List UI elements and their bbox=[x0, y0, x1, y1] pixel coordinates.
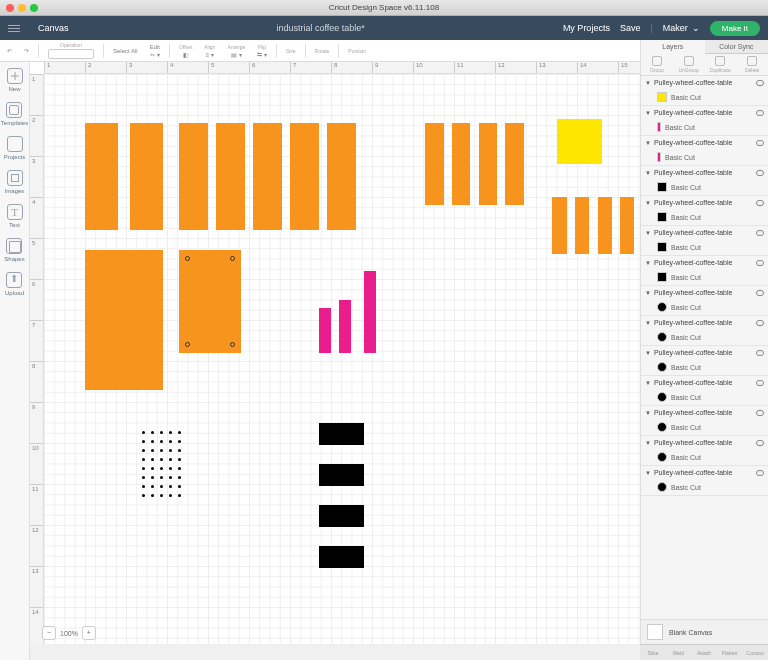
eye-icon[interactable] bbox=[756, 110, 764, 116]
zoom-in-button[interactable]: + bbox=[82, 626, 96, 640]
shape-orange[interactable] bbox=[179, 123, 208, 230]
shape-orange[interactable] bbox=[253, 123, 282, 230]
canvas-label[interactable]: Canvas bbox=[28, 23, 79, 33]
shape-black[interactable] bbox=[319, 464, 364, 487]
machine-selector[interactable]: Maker ⌄ bbox=[663, 23, 700, 33]
layer-group[interactable]: ▼Pulley-wheel-coffee-tableBasic Cut bbox=[641, 286, 768, 316]
upload-icon bbox=[6, 272, 22, 288]
blank-canvas-row[interactable]: Blank Canvas bbox=[641, 619, 768, 644]
layers-list[interactable]: ▼Pulley-wheel-coffee-tableBasic Cut▼Pull… bbox=[641, 76, 768, 619]
arrange-menu[interactable]: Arrange▤ ▾ bbox=[224, 44, 248, 58]
shape-orange[interactable] bbox=[575, 197, 589, 254]
shape-orange[interactable] bbox=[620, 197, 634, 254]
upload-tool[interactable]: Upload bbox=[5, 272, 24, 296]
eye-icon[interactable] bbox=[756, 320, 764, 326]
projects-tool[interactable]: Projects bbox=[4, 136, 26, 160]
ungroup-button[interactable]: UnGroup bbox=[673, 54, 705, 75]
layer-group[interactable]: ▼Pulley-wheel-coffee-tableBasic Cut bbox=[641, 226, 768, 256]
shape-orange[interactable] bbox=[290, 123, 319, 230]
design-canvas[interactable] bbox=[44, 74, 640, 644]
shape-black[interactable] bbox=[319, 546, 364, 569]
operation-select[interactable]: Operation bbox=[45, 42, 97, 59]
attach-button[interactable]: Attach bbox=[691, 645, 717, 660]
eye-icon[interactable] bbox=[756, 410, 764, 416]
my-projects-link[interactable]: My Projects bbox=[563, 23, 610, 33]
shape-black[interactable] bbox=[319, 423, 364, 446]
shape-orange[interactable] bbox=[425, 123, 443, 205]
contour-button[interactable]: Contour bbox=[742, 645, 768, 660]
eye-icon[interactable] bbox=[756, 350, 764, 356]
shape-orange[interactable] bbox=[479, 123, 497, 205]
eye-icon[interactable] bbox=[756, 80, 764, 86]
images-tool[interactable]: Images bbox=[5, 170, 25, 194]
shape-orange[interactable] bbox=[505, 123, 523, 205]
eye-icon[interactable] bbox=[756, 470, 764, 476]
eye-icon[interactable] bbox=[756, 230, 764, 236]
rotate-field[interactable]: Rotate bbox=[312, 48, 333, 54]
layer-group[interactable]: ▼Pulley-wheel-coffee-tableBasic Cut bbox=[641, 346, 768, 376]
shape-orange[interactable] bbox=[598, 197, 612, 254]
new-tool[interactable]: New bbox=[7, 68, 23, 92]
redo-button[interactable]: ↷ bbox=[21, 47, 32, 54]
eye-icon[interactable] bbox=[756, 170, 764, 176]
make-it-button[interactable]: Make It bbox=[710, 21, 760, 36]
layer-group[interactable]: ▼Pulley-wheel-coffee-tableBasic Cut bbox=[641, 406, 768, 436]
edit-menu[interactable]: Edit✂ ▾ bbox=[147, 44, 163, 58]
flatten-button[interactable]: Flatten bbox=[717, 645, 743, 660]
shape-pink[interactable] bbox=[319, 308, 331, 353]
eye-icon[interactable] bbox=[756, 260, 764, 266]
slice-button[interactable]: Slice bbox=[640, 645, 666, 660]
eye-icon[interactable] bbox=[756, 440, 764, 446]
weld-button[interactable]: Weld bbox=[666, 645, 692, 660]
shape-orange[interactable] bbox=[85, 250, 163, 389]
layer-group[interactable]: ▼Pulley-wheel-coffee-tableBasic Cut bbox=[641, 136, 768, 166]
layer-group[interactable]: ▼Pulley-wheel-coffee-tableBasic Cut bbox=[641, 436, 768, 466]
tab-color-sync[interactable]: Color Sync bbox=[705, 40, 769, 54]
shape-orange[interactable] bbox=[452, 123, 470, 205]
shape-orange[interactable] bbox=[327, 123, 356, 230]
undo-button[interactable]: ↶ bbox=[4, 47, 15, 54]
shape-orange[interactable] bbox=[130, 123, 163, 230]
eye-icon[interactable] bbox=[756, 200, 764, 206]
layer-group[interactable]: ▼Pulley-wheel-coffee-tableBasic Cut bbox=[641, 166, 768, 196]
menu-icon[interactable] bbox=[0, 16, 28, 40]
project-name[interactable]: industrial coffee table* bbox=[79, 23, 563, 33]
position-fields[interactable]: Position bbox=[345, 48, 369, 54]
size-fields[interactable]: Size bbox=[283, 48, 299, 54]
select-all-button[interactable]: Select All bbox=[110, 48, 141, 54]
layer-group[interactable]: ▼Pulley-wheel-coffee-tableBasic Cut bbox=[641, 106, 768, 136]
layer-group[interactable]: ▼Pulley-wheel-coffee-tableBasic Cut bbox=[641, 316, 768, 346]
flip-menu[interactable]: Flip⇋ ▾ bbox=[254, 44, 270, 58]
save-button[interactable]: Save bbox=[620, 23, 641, 33]
layer-group[interactable]: ▼Pulley-wheel-coffee-tableBasic Cut bbox=[641, 256, 768, 286]
minimize-icon[interactable] bbox=[18, 4, 26, 12]
shape-orange[interactable] bbox=[179, 250, 241, 353]
tab-layers[interactable]: Layers bbox=[641, 40, 705, 54]
shape-orange[interactable] bbox=[85, 123, 118, 230]
layer-group[interactable]: ▼Pulley-wheel-coffee-tableBasic Cut bbox=[641, 466, 768, 496]
shapes-tool[interactable]: Shapes bbox=[4, 238, 24, 262]
shape-dots[interactable] bbox=[142, 431, 184, 500]
offset-button[interactable]: Offset◧ bbox=[176, 44, 195, 58]
shape-orange[interactable] bbox=[216, 123, 245, 230]
eye-icon[interactable] bbox=[756, 380, 764, 386]
shape-black[interactable] bbox=[319, 505, 364, 528]
maximize-icon[interactable] bbox=[30, 4, 38, 12]
shape-yellow[interactable] bbox=[557, 119, 602, 164]
duplicate-button[interactable]: Duplicate bbox=[705, 54, 737, 75]
layer-group[interactable]: ▼Pulley-wheel-coffee-tableBasic Cut bbox=[641, 196, 768, 226]
zoom-out-button[interactable]: − bbox=[42, 626, 56, 640]
shape-pink[interactable] bbox=[364, 271, 376, 353]
eye-icon[interactable] bbox=[756, 290, 764, 296]
layer-group[interactable]: ▼Pulley-wheel-coffee-tableBasic Cut bbox=[641, 376, 768, 406]
shape-orange[interactable] bbox=[552, 197, 566, 254]
text-tool[interactable]: Text bbox=[7, 204, 23, 228]
eye-icon[interactable] bbox=[756, 140, 764, 146]
close-icon[interactable] bbox=[6, 4, 14, 12]
group-button[interactable]: Group bbox=[641, 54, 673, 75]
align-menu[interactable]: Align≡ ▾ bbox=[201, 44, 218, 58]
shape-pink[interactable] bbox=[339, 300, 351, 353]
templates-tool[interactable]: Templates bbox=[1, 102, 28, 126]
delete-button[interactable]: Delete bbox=[736, 54, 768, 75]
layer-group[interactable]: ▼Pulley-wheel-coffee-tableBasic Cut bbox=[641, 76, 768, 106]
